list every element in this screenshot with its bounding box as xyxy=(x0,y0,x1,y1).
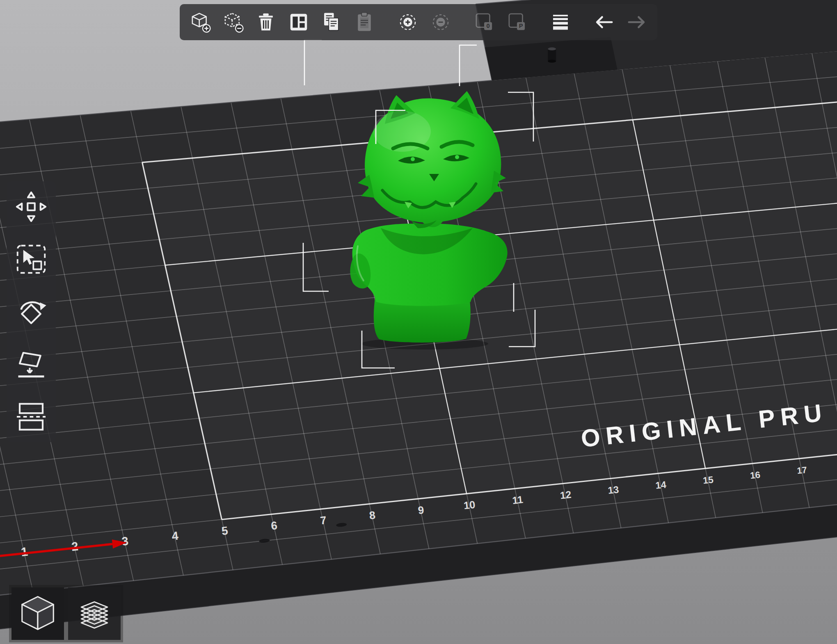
add-instance-icon xyxy=(397,11,419,33)
3d-editor-view-button[interactable] xyxy=(11,587,64,640)
variable-layer-height-icon xyxy=(549,11,572,33)
add-instance-button[interactable] xyxy=(393,7,423,37)
rotate-tool-button[interactable] xyxy=(10,291,53,332)
rotate-icon xyxy=(14,295,48,329)
undo-arrow-icon xyxy=(593,11,615,33)
place-on-face-tool-button[interactable] xyxy=(10,344,53,385)
model-overlay xyxy=(0,0,837,644)
copy-button[interactable] xyxy=(317,7,346,37)
arrange-button[interactable] xyxy=(284,7,313,37)
delete-object-button[interactable] xyxy=(218,7,248,37)
preview-view-button[interactable] xyxy=(68,587,121,640)
cut-icon xyxy=(14,400,48,434)
split-parts-glyph: P xyxy=(519,23,523,29)
move-icon xyxy=(14,190,48,224)
3d-editor-cube-icon xyxy=(17,593,59,635)
place-on-face-icon xyxy=(14,347,48,381)
split-to-objects-icon: 0 xyxy=(473,11,495,33)
copy-icon xyxy=(320,11,343,33)
cut-tool-button[interactable] xyxy=(10,396,53,437)
left-gizmo-toolbar xyxy=(7,181,56,442)
split-to-objects-button[interactable]: 0 xyxy=(469,7,499,37)
redo-arrow-icon xyxy=(626,11,648,33)
delete-object-icon xyxy=(222,11,244,33)
scale-icon xyxy=(14,242,48,276)
split-objects-glyph: 0 xyxy=(486,23,489,29)
redo-button[interactable] xyxy=(622,7,652,37)
arrange-icon xyxy=(288,11,310,33)
delete-all-button[interactable] xyxy=(251,7,281,37)
paste-icon xyxy=(353,11,375,33)
move-tool-button[interactable] xyxy=(10,186,53,227)
view-switch xyxy=(9,585,123,642)
split-to-parts-icon: P xyxy=(506,11,528,33)
model-figure[interactable] xyxy=(350,91,507,343)
3d-viewport[interactable]: 1234567891011121314151617ORIGINAL PRU xyxy=(0,0,837,644)
preview-layers-icon xyxy=(73,593,115,635)
add-object-icon xyxy=(189,11,211,33)
scale-tool-button[interactable] xyxy=(10,239,53,280)
variable-layer-height-button[interactable] xyxy=(546,7,575,37)
paste-button[interactable] xyxy=(350,7,379,37)
delete-all-trash-icon xyxy=(255,11,277,33)
remove-instance-icon xyxy=(430,11,452,33)
model-torso xyxy=(352,224,508,306)
top-toolbar: 0 P xyxy=(180,4,657,40)
undo-button[interactable] xyxy=(589,7,619,37)
split-to-parts-button[interactable]: P xyxy=(502,7,532,37)
add-object-button[interactable] xyxy=(185,7,215,37)
model-right-pupil xyxy=(455,155,459,159)
model-left-pupil xyxy=(411,157,415,161)
remove-instance-button[interactable] xyxy=(426,7,455,37)
